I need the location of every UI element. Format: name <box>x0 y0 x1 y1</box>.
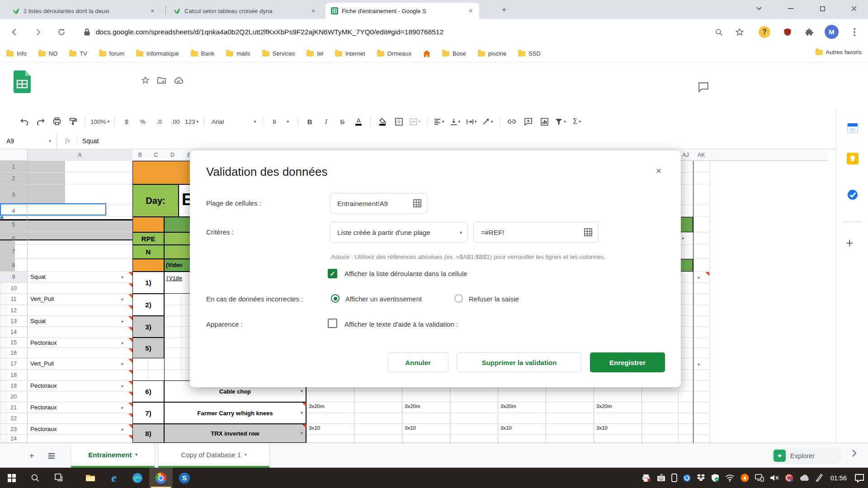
sheet-tab-copy-of-database-1[interactable]: Copy of Database 1▾ <box>158 443 270 466</box>
rpe-cell[interactable]: RPE <box>132 232 164 245</box>
exercise-number-cell[interactable]: 2) <box>132 294 164 316</box>
a-cell-value[interactable]: Pectoraux <box>27 402 132 413</box>
browser-tab[interactable]: 2 listes déroulantes dont la deuxi× <box>7 3 161 19</box>
range-input[interactable]: Entrainement!A9 <box>330 193 427 214</box>
file-explorer-icon[interactable] <box>79 468 102 488</box>
keep-icon[interactable] <box>847 153 859 164</box>
text-color-button[interactable]: A <box>352 115 365 128</box>
dropdown-caret-icon[interactable]: ▾ <box>301 389 303 394</box>
remove-validation-button[interactable]: Supprimer la validation <box>457 352 582 372</box>
a-cell-value[interactable]: Squat <box>27 272 132 283</box>
row-header-15[interactable]: 15 <box>0 338 27 348</box>
row-header-10[interactable]: 10 <box>0 283 27 294</box>
bookmark-item[interactable]: piscine <box>478 50 506 57</box>
chevron-down-icon[interactable] <box>749 0 769 17</box>
row-header-1[interactable]: 1 <box>0 161 27 173</box>
format-percent-button[interactable]: % <box>136 115 150 128</box>
paint-format-icon[interactable] <box>66 115 80 128</box>
row-header-4[interactable]: 4 <box>0 205 27 217</box>
bookmark-item[interactable]: TV <box>69 50 87 57</box>
row-header-13[interactable]: 13 <box>0 316 27 327</box>
edge-icon[interactable] <box>126 468 149 488</box>
row-header-9[interactable]: 9 <box>0 272 27 283</box>
row-header-18[interactable]: 18 <box>0 370 27 380</box>
exercise-number-cell[interactable]: 1) <box>132 272 164 294</box>
row-header-17[interactable]: 17 <box>0 358 27 370</box>
dropdown-caret-icon[interactable]: ▾ <box>301 431 303 436</box>
bookmark-item[interactable]: SSD <box>518 50 541 57</box>
bookmark-item[interactable]: forum <box>99 50 124 57</box>
a-cell-value[interactable]: Squat <box>27 316 132 327</box>
a-cell-value[interactable]: Pectoraux <box>27 380 132 391</box>
bold-button[interactable]: B <box>303 115 316 128</box>
bookmark-item[interactable]: NO <box>38 50 58 57</box>
horizontal-align-icon[interactable]: ▾ <box>432 115 446 128</box>
new-tab-button[interactable]: + <box>498 4 510 16</box>
exercise-number-cell[interactable]: 8) <box>132 424 164 443</box>
exercise-name-cell[interactable]: Farmer Carry w/high knees▾ <box>164 402 306 424</box>
phone-icon[interactable] <box>671 474 677 482</box>
select-range-icon[interactable] <box>584 228 592 236</box>
font-select[interactable]: Arial▾ <box>209 115 259 128</box>
bookmark-item[interactable]: Info <box>6 50 27 57</box>
browser-tab[interactable]: Calcul selon tableau croisée dyna× <box>168 3 322 19</box>
column-header-B[interactable]: B <box>132 149 148 161</box>
column-header-D[interactable]: D <box>164 149 181 161</box>
a-cell-value[interactable]: Vert_Pull <box>27 294 132 305</box>
start-button[interactable] <box>0 468 24 488</box>
browser-menu-kebab-icon[interactable] <box>848 26 861 38</box>
zoom-page-icon[interactable] <box>712 26 725 38</box>
help-extension-icon[interactable]: ? <box>759 26 770 38</box>
formula-input[interactable]: Squat <box>82 137 99 145</box>
skype-icon[interactable]: S <box>173 468 196 488</box>
display-device-icon[interactable] <box>755 474 764 482</box>
format-currency-button[interactable]: $ <box>120 115 133 128</box>
borders-icon[interactable] <box>392 115 406 128</box>
dropdown-caret-icon[interactable]: ▾ <box>121 361 123 366</box>
row-header-24[interactable]: 24 <box>0 435 27 443</box>
row-header-6[interactable]: 6 <box>0 232 27 245</box>
dropbox-icon[interactable] <box>697 474 705 482</box>
star-icon[interactable] <box>141 76 150 84</box>
criteria-select[interactable]: Liste créée à partir d'une plage ▾ <box>330 222 468 243</box>
row-header-16[interactable]: 16 <box>0 348 27 358</box>
criteria-range-input[interactable]: =#REF! <box>473 222 598 243</box>
cloud-status-icon[interactable] <box>174 76 183 84</box>
set-value-cell[interactable]: 3x20m <box>309 404 325 409</box>
filter-icon[interactable]: ▾ <box>554 115 567 128</box>
ublock-extension-icon[interactable] <box>781 26 794 38</box>
name-box[interactable]: A9▾ <box>0 133 57 149</box>
bookmark-item[interactable] <box>423 50 430 57</box>
dropdown-caret-icon[interactable]: ▾ <box>121 275 123 280</box>
printer-error-icon[interactable] <box>642 474 651 482</box>
warn-radio[interactable] <box>331 294 340 303</box>
back-icon[interactable] <box>8 26 21 38</box>
minimize-button[interactable] <box>780 0 801 17</box>
exercise-number-cell[interactable]: 6) <box>132 380 164 402</box>
move-folder-icon[interactable] <box>157 76 166 84</box>
undo-icon[interactable] <box>18 115 31 128</box>
day-cell[interactable]: Day: <box>132 184 179 217</box>
windows-security-icon[interactable] <box>711 474 719 482</box>
text-wrap-icon[interactable]: ▾ <box>465 115 478 128</box>
keyboard-icon[interactable] <box>657 474 665 482</box>
column-header-A[interactable]: A <box>27 149 132 161</box>
a-cell-value[interactable]: Pectoraux <box>27 424 132 435</box>
print-icon[interactable] <box>50 115 64 128</box>
merge-cells-icon[interactable]: ▾ <box>408 115 422 128</box>
a-cell-value[interactable]: Pectoraux <box>27 338 132 348</box>
taskbar-clock[interactable]: 01:56 <box>830 474 847 482</box>
bookmark-item[interactable]: Bose <box>442 50 466 57</box>
dropdown-caret-icon[interactable]: ▾ <box>121 384 123 389</box>
close-icon[interactable]: × <box>309 7 317 15</box>
close-icon[interactable]: × <box>467 7 475 15</box>
ccleaner-icon[interactable] <box>785 474 793 482</box>
select-range-icon[interactable] <box>413 199 421 207</box>
increase-decimal-button[interactable]: .00 <box>169 115 182 128</box>
save-button[interactable]: Enregistrer <box>590 352 665 372</box>
row-header-5[interactable]: 5 <box>0 217 27 232</box>
italic-button[interactable]: I <box>319 115 333 128</box>
functions-button[interactable]: Σ▾ <box>570 115 584 128</box>
row-header-20[interactable]: 20 <box>0 391 27 402</box>
redo-icon[interactable] <box>34 115 47 128</box>
